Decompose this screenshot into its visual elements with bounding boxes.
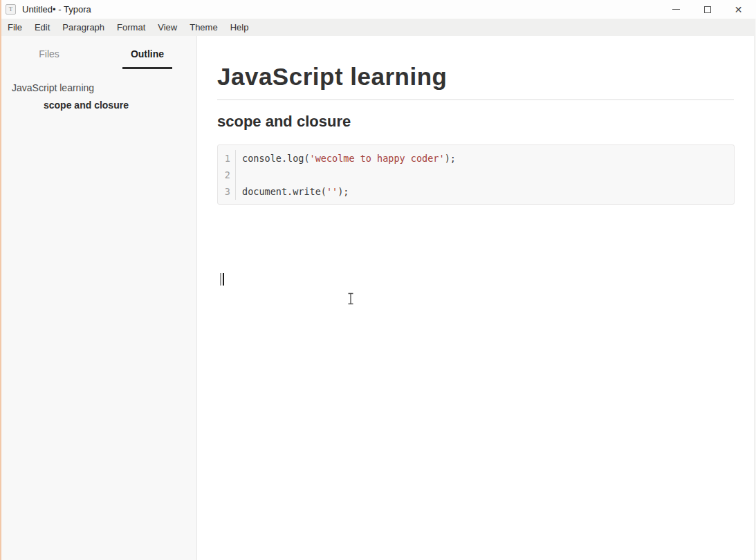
code-text: console.log('wecolme to happy coder'); [236,150,456,167]
code-line: 3document.write(''); [218,183,734,200]
menu-item-view[interactable]: View [151,22,183,32]
minimize-button[interactable] [661,0,692,19]
menu-bar: FileEditParagraphFormatViewThemeHelp [0,19,756,36]
menu-item-edit[interactable]: Edit [28,22,56,32]
outline-item[interactable]: scope and closure [0,100,196,111]
code-text [236,167,248,183]
heading-1[interactable]: JavaScript learning [217,62,735,92]
line-number: 1 [218,150,236,167]
title-bar: T Untitled• - Typora ✕ [0,0,756,19]
sidebar: FilesOutline JavaScript learningscope an… [0,36,197,560]
tab-label: Files [30,48,68,67]
code-text: document.write(''); [236,183,349,200]
menu-item-paragraph[interactable]: Paragraph [56,22,111,32]
line-number: 3 [218,183,236,200]
caret-bar-light [220,273,221,286]
typora-app-icon: T [6,4,16,15]
tab-label: Outline [122,48,172,69]
typora-window: T Untitled• - Typora ✕ FileEditParagraph… [0,0,756,560]
editor-area[interactable]: JavaScript learning scope and closure 1c… [197,36,756,560]
menu-item-help[interactable]: Help [224,22,255,32]
code-line: 2 [218,167,734,183]
token-plain: document.write( [242,186,326,197]
tab-outline[interactable]: Outline [98,48,196,69]
outline-item[interactable]: JavaScript learning [0,82,196,94]
menu-item-theme[interactable]: Theme [183,22,223,32]
tab-files[interactable]: Files [0,48,98,69]
menu-item-file[interactable]: File [1,22,28,32]
token-string: 'wecolme to happy coder' [310,153,445,164]
code-block[interactable]: 1console.log('wecolme to happy coder');2… [217,144,735,205]
code-line: 1console.log('wecolme to happy coder'); [218,150,734,167]
line-number: 2 [218,167,236,183]
sidebar-tabs: FilesOutline [0,48,196,69]
window-title: Untitled• - Typora [22,4,91,15]
token-string: '' [326,186,338,197]
ibeam-cursor-icon [346,292,356,305]
screen-edge-artifact [0,0,1,560]
caret-bar-dark [223,273,224,286]
heading-rule [217,99,734,100]
text-caret [220,273,224,286]
token-plain: console.log( [242,153,310,164]
menu-item-format[interactable]: Format [111,22,151,32]
token-plain: ); [445,153,456,164]
close-button[interactable]: ✕ [723,0,754,19]
maximize-icon [704,6,711,13]
heading-2[interactable]: scope and closure [217,112,735,132]
window-controls: ✕ [661,0,754,19]
maximize-button[interactable] [692,0,723,19]
app-body: FilesOutline JavaScript learningscope an… [0,36,756,560]
document: JavaScript learning scope and closure 1c… [197,36,756,205]
close-icon: ✕ [735,5,743,15]
outline-list: JavaScript learningscope and closure [0,82,196,111]
token-plain: ); [338,186,349,197]
minimize-icon [672,9,680,10]
